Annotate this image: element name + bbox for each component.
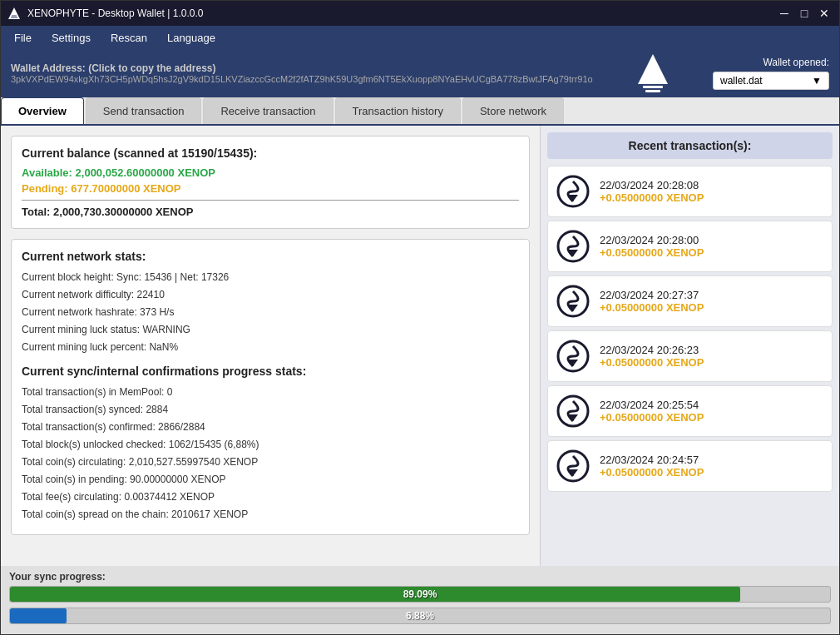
stat-luck-status: Current mining luck status: WARNING	[22, 322, 519, 337]
tx-date-5: 22/03/2024 20:24:57	[600, 454, 704, 466]
balance-title: Current balance (scanned at 15190/15435)…	[22, 146, 519, 160]
app-icon	[7, 7, 21, 20]
tx-date-0: 22/03/2024 20:28:08	[600, 179, 704, 191]
tx-amount-4: +0.05000000 XENOP	[600, 411, 704, 424]
tx-amount-2: +0.05000000 XENOP	[600, 301, 704, 314]
sync-stats-title: Current sync/internal confirmations prog…	[22, 365, 519, 378]
menu-settings[interactable]: Settings	[42, 28, 101, 47]
svg-marker-3	[638, 54, 668, 84]
right-panel: Recent transaction(s): 22/03/2024 20:28:…	[540, 126, 839, 566]
header-right: Wallet opened: wallet.dat ▼	[713, 57, 829, 90]
progress-bar-2-bg: 6.88%	[9, 608, 831, 624]
main-content: Current balance (scanned at 15190/15435)…	[1, 126, 839, 566]
sync-progress-label: Your sync progress:	[9, 571, 831, 583]
svg-rect-4	[643, 86, 663, 88]
available-label: Available:	[22, 166, 72, 179]
tx-amount-3: +0.05000000 XENOP	[600, 356, 704, 369]
tab-receive[interactable]: Receive transaction	[203, 97, 333, 124]
logo-svg	[636, 52, 670, 94]
balance-section: Current balance (scanned at 15190/15435)…	[11, 136, 530, 229]
menu-language[interactable]: Language	[157, 28, 225, 47]
tx-info-5: 22/03/2024 20:24:57 +0.05000000 XENOP	[600, 454, 704, 479]
progress-bar-1-fill	[10, 587, 740, 602]
network-stats-title: Current network stats:	[22, 250, 519, 263]
progress-bar-2-text: 6.88%	[406, 610, 434, 622]
pending-value: 677.70000000 XENOP	[71, 182, 180, 195]
wallet-opened-label: Wallet opened:	[763, 57, 829, 68]
tx-receive-icon-5	[555, 448, 591, 484]
recent-transactions-title: Recent transaction(s):	[547, 132, 833, 159]
close-button[interactable]: ✕	[816, 5, 833, 22]
balance-divider	[22, 200, 519, 201]
list-item[interactable]: 22/03/2024 20:28:08 +0.05000000 XENOP	[547, 166, 833, 217]
menu-rescan[interactable]: Rescan	[101, 28, 157, 47]
stat-synced: Total transaction(s) synced: 2884	[22, 402, 519, 417]
tab-history[interactable]: Transaction history	[335, 97, 461, 124]
tx-date-3: 22/03/2024 20:26:23	[600, 344, 704, 356]
tx-amount-0: +0.05000000 XENOP	[600, 191, 704, 204]
logo	[636, 52, 670, 94]
progress-bar-1-container: 89.09%	[9, 586, 831, 603]
wallet-address[interactable]: 3pkVXPdEW94xkgXh73CH5pWDq5hsJ2gV9kdD15LK…	[11, 74, 593, 84]
pending-label: Pending:	[22, 182, 68, 195]
pending-balance: Pending: 677.70000000 XENOP	[22, 182, 519, 195]
wallet-address-label: Wallet Address: (Click to copy the addre…	[11, 62, 593, 74]
tx-receive-icon-2	[555, 283, 591, 320]
available-balance: Available: 2,000,052.60000000 XENOP	[22, 166, 519, 179]
tab-overview[interactable]: Overview	[1, 97, 84, 124]
tx-info-3: 22/03/2024 20:26:23 +0.05000000 XENOP	[600, 344, 704, 369]
wallet-filename: wallet.dat	[720, 75, 763, 87]
stats-section: Current network stats: Current block hei…	[11, 239, 530, 535]
list-item[interactable]: 22/03/2024 20:27:37 +0.05000000 XENOP	[547, 275, 833, 327]
dropdown-arrow-icon: ▼	[812, 75, 822, 87]
total-value: 2,000,730.30000000 XENOP	[53, 206, 193, 218]
stat-blocks-unlocked: Total block(s) unlocked checked: 1062/15…	[22, 437, 519, 452]
list-item[interactable]: 22/03/2024 20:24:57 +0.05000000 XENOP	[547, 440, 833, 492]
title-bar-controls: ─ □ ✕	[776, 5, 833, 22]
bottom-bar: Your sync progress: 89.09% 6.88%	[1, 566, 839, 634]
stat-spread: Total coin(s) spread on the chain: 20106…	[22, 507, 519, 522]
minimize-button[interactable]: ─	[776, 5, 793, 22]
header-area: Wallet Address: (Click to copy the addre…	[1, 49, 839, 97]
list-item[interactable]: 22/03/2024 20:28:00 +0.05000000 XENOP	[547, 221, 833, 272]
tx-date-4: 22/03/2024 20:25:54	[600, 399, 704, 411]
tx-amount-1: +0.05000000 XENOP	[600, 246, 704, 259]
stat-hashrate: Current network hashrate: 373 H/s	[22, 305, 519, 320]
tab-send[interactable]: Send transaction	[86, 97, 202, 124]
tx-amount-5: +0.05000000 XENOP	[600, 466, 704, 479]
stat-difficulty: Current network difficulty: 22410	[22, 287, 519, 302]
available-value: 2,000,052.60000000 XENOP	[76, 166, 215, 179]
progress-bar-1-text: 89.09%	[403, 588, 437, 600]
stat-mempool: Total transaction(s) in MemPool: 0	[22, 384, 519, 399]
progress-bar-2-container: 6.88%	[9, 608, 831, 624]
tx-info-2: 22/03/2024 20:27:37 +0.05000000 XENOP	[600, 289, 704, 314]
progress-bar-1-bg: 89.09%	[9, 586, 831, 603]
menu-file[interactable]: File	[4, 28, 42, 47]
tabs-bar: Overview Send transaction Receive transa…	[1, 97, 839, 126]
tx-receive-icon-4	[555, 393, 591, 429]
stat-pending-coins: Total coin(s) in pending: 90.00000000 XE…	[22, 472, 519, 487]
logo-area	[636, 52, 670, 94]
svg-rect-5	[645, 90, 660, 92]
tx-receive-icon-1	[555, 228, 591, 265]
stat-circulating: Total coin(s) circulating: 2,010,527.559…	[22, 454, 519, 469]
menu-bar: File Settings Rescan Language	[1, 26, 839, 49]
main-window: XENOPHYTE - Desktop Wallet | 1.0.0.0 ─ □…	[0, 0, 840, 635]
tx-info-0: 22/03/2024 20:28:08 +0.05000000 XENOP	[600, 179, 704, 204]
list-item[interactable]: 22/03/2024 20:25:54 +0.05000000 XENOP	[547, 385, 833, 437]
tx-receive-icon-3	[555, 338, 591, 375]
stat-luck-percent: Current mining luck percent: NaN%	[22, 340, 519, 355]
total-balance: Total: 2,000,730.30000000 XENOP	[22, 206, 519, 218]
stat-confirmed: Total transaction(s) confirmed: 2866/288…	[22, 419, 519, 434]
title-bar-left: XENOPHYTE - Desktop Wallet | 1.0.0.0	[7, 7, 203, 20]
window-title: XENOPHYTE - Desktop Wallet | 1.0.0.0	[27, 7, 203, 19]
maximize-button[interactable]: □	[796, 5, 813, 22]
list-item[interactable]: 22/03/2024 20:26:23 +0.05000000 XENOP	[547, 330, 833, 382]
tx-info-4: 22/03/2024 20:25:54 +0.05000000 XENOP	[600, 399, 704, 424]
progress-bar-2-fill	[10, 608, 67, 623]
tx-date-2: 22/03/2024 20:27:37	[600, 289, 704, 301]
wallet-dropdown[interactable]: wallet.dat ▼	[713, 72, 829, 90]
tab-store[interactable]: Store network	[462, 97, 564, 124]
total-label: Total:	[22, 206, 50, 218]
tx-info-1: 22/03/2024 20:28:00 +0.05000000 XENOP	[600, 234, 704, 259]
